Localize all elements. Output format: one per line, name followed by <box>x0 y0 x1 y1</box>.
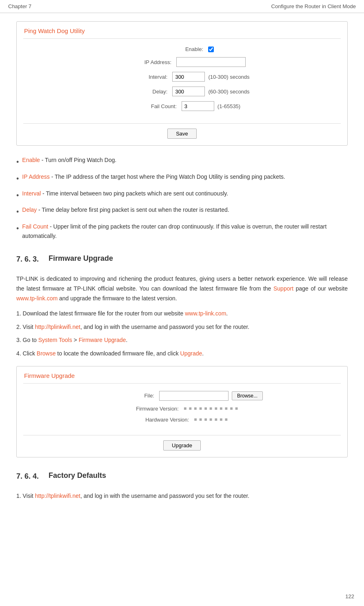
list-item: 4. Click Browse to locate the downloaded… <box>16 349 348 358</box>
list-item: 1. Download the latest firmware file for… <box>16 309 348 318</box>
upgrade-link: Upgrade <box>180 350 202 357</box>
feature-list: • Enable - Turn on/off Ping Watch Dog. •… <box>16 155 348 240</box>
enable-label: Enable: <box>150 46 203 52</box>
hw-version-row: Hardware Version: ■ ■ ■ ■ ■ ■ ■ <box>29 417 335 423</box>
bullet-dot: • <box>16 223 19 235</box>
delay-input[interactable] <box>172 87 205 96</box>
ip-address-link: IP Address <box>22 173 49 180</box>
hw-version-label: Hardware Version: <box>136 417 189 423</box>
delay-row: Delay: (60-300) seconds <box>29 87 335 96</box>
section-763-heading: 7. 6. 3. Firmware Upgrade <box>16 250 348 269</box>
fw-version-row: Firmware Version: ■ ■ ■ ■ ■ ■ ■ ■ ■ ■ ■ <box>29 406 335 412</box>
delay-hint: (60-300) seconds <box>208 89 249 95</box>
save-button[interactable]: Save <box>167 129 197 139</box>
list-item: • Delay - Time delay before first ping p… <box>16 205 348 218</box>
section-763-number: 7. 6. 3. <box>16 255 39 264</box>
tplink-link-2: www.tp-link.com <box>185 310 226 317</box>
list-item: • Fail Count - Upper limit of the ping p… <box>16 222 348 240</box>
bullet-dot: • <box>16 156 19 168</box>
section-763-title: Firmware Upgrade <box>49 254 113 263</box>
interval-row: Interval: (10-300) seconds <box>29 72 335 82</box>
fail-count-row: Fail Count: (1-65535) <box>29 101 335 111</box>
fail-count-link: Fail Count <box>22 223 48 230</box>
section-764-title: Factory Defaults <box>49 471 106 480</box>
ip-address-label: IP Address: <box>118 59 171 65</box>
item-text: Interval - Time interval between two pin… <box>22 189 228 198</box>
section-763-body: TP-LINK is dedicated to improving and ri… <box>16 274 348 303</box>
upgrade-button[interactable]: Upgrade <box>163 440 201 451</box>
fail-count-hint: (1-65535) <box>218 103 240 109</box>
ip-address-row: IP Address: <box>29 57 335 67</box>
delay-link: Delay <box>22 206 37 213</box>
tplink-link: www.tp-link.com <box>16 295 58 302</box>
item-text: Delay - Time delay before first ping pac… <box>22 205 229 214</box>
delay-label: Delay: <box>114 89 167 95</box>
chapter-title: Configure the Router in Client Mode <box>271 3 356 9</box>
fw-panel-footer: Upgrade <box>17 435 347 457</box>
page-number: 122 <box>345 593 354 599</box>
item-text: Enable - Turn on/off Ping Watch Dog. <box>22 155 116 164</box>
firmware-panel-title: Firmware Upgrade <box>17 366 347 383</box>
chapter-label: Chapter 7 <box>8 3 31 9</box>
item-text: Fail Count - Upper limit of the ping pac… <box>22 222 348 240</box>
firmware-upgrade-link: Firmware Upgrade <box>79 337 126 343</box>
page-content: Ping Watch Dog Utility Enable: IP Addres… <box>0 13 364 515</box>
enable-checkbox[interactable] <box>208 47 214 52</box>
section-764-number: 7. 6. 4. <box>16 472 39 481</box>
ip-address-input[interactable] <box>176 57 246 67</box>
item-text: IP Address - The IP address of the targe… <box>22 172 285 181</box>
system-tools-link: System Tools <box>38 337 72 343</box>
tplinkwifi-link-2: http://tplinkwifi.net <box>35 493 80 499</box>
section-764-step1: 1. Visit http://tplinkwifi.net, and log … <box>16 491 348 501</box>
hw-version-value: ■ ■ ■ ■ ■ ■ ■ <box>194 417 228 422</box>
enable-link: Enable <box>22 157 40 163</box>
steps-list: 1. Download the latest firmware file for… <box>16 309 348 358</box>
list-item: 3. Go to System Tools > Firmware Upgrade… <box>16 335 348 344</box>
ping-watchdog-body: Enable: IP Address: Interval: (10-300) s… <box>17 39 347 123</box>
section-764-heading: 7. 6. 4. Factory Defaults <box>16 467 348 486</box>
browse-link: Browse <box>37 350 56 357</box>
panel-footer: Save <box>17 124 347 145</box>
bullet-dot: • <box>16 190 19 202</box>
fw-version-label: Firmware Version: <box>126 406 179 412</box>
fail-count-input[interactable] <box>182 101 214 111</box>
interval-hint: (10-300) seconds <box>208 74 249 80</box>
list-item: • Interval - Time interval between two p… <box>16 189 348 202</box>
list-item: • IP Address - The IP address of the tar… <box>16 172 348 185</box>
file-input[interactable] <box>159 391 229 401</box>
page-header: Chapter 7 Configure the Router in Client… <box>0 0 364 13</box>
ping-watchdog-title: Ping Watch Dog Utility <box>17 22 347 38</box>
interval-label: Interval: <box>114 74 167 80</box>
enable-row: Enable: <box>29 46 335 52</box>
interval-input[interactable] <box>172 72 205 82</box>
file-label: File: <box>101 393 154 399</box>
tplinkwifi-link: http://tplinkwifi.net <box>35 324 80 330</box>
support-link: Support <box>273 285 293 292</box>
file-row: File: Browse... <box>29 391 335 401</box>
bullet-dot: • <box>16 206 19 218</box>
fw-version-value: ■ ■ ■ ■ ■ ■ ■ ■ ■ ■ ■ <box>184 406 238 411</box>
interval-link: Interval <box>22 190 41 197</box>
browse-button[interactable]: Browse... <box>232 391 263 400</box>
list-item: 2. Visit http://tplinkwifi.net, and log … <box>16 322 348 331</box>
list-item: • Enable - Turn on/off Ping Watch Dog. <box>16 155 348 168</box>
firmware-panel-body: File: Browse... Firmware Version: ■ ■ ■ … <box>17 384 347 435</box>
bullet-dot: • <box>16 173 19 185</box>
ping-watchdog-panel: Ping Watch Dog Utility Enable: IP Addres… <box>16 21 348 146</box>
firmware-panel: Firmware Upgrade File: Browse... Firmwar… <box>16 366 348 457</box>
fail-count-label: Fail Count: <box>124 103 177 109</box>
